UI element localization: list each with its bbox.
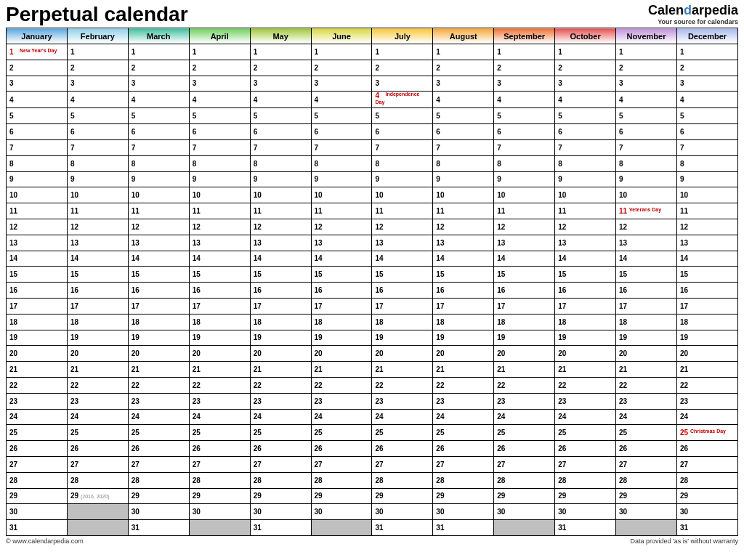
day-number: 16 xyxy=(70,286,79,294)
day-cell: 20 xyxy=(494,346,555,362)
day-cell: 12 xyxy=(616,219,677,235)
day-number: 9 xyxy=(619,175,628,183)
day-number: 24 xyxy=(132,413,140,421)
day-cell: 24 xyxy=(555,409,616,425)
brand-part2: d xyxy=(684,3,692,17)
day-cell: 20 xyxy=(676,346,737,362)
day-cell: 7 xyxy=(494,139,555,155)
day-cell: 24 xyxy=(189,409,250,425)
day-cell: 25 xyxy=(311,425,372,441)
day-number: 18 xyxy=(132,318,140,326)
day-number: 6 xyxy=(558,128,567,136)
day-number: 3 xyxy=(680,79,689,87)
day-number: 17 xyxy=(254,302,262,310)
day-cell: 18 xyxy=(128,314,189,330)
day-number: 3 xyxy=(193,79,201,87)
day-number: 8 xyxy=(680,160,689,168)
day-number: 2 xyxy=(436,64,445,72)
day-number: 7 xyxy=(132,144,140,152)
day-cell: 26 xyxy=(676,441,737,457)
day-cell: 28 xyxy=(311,472,372,488)
day-row: 999999999999 xyxy=(7,171,738,187)
day-cell: 28 xyxy=(128,472,189,488)
day-cell: 2 xyxy=(372,60,433,76)
day-row: 101010101010101010101010 xyxy=(7,187,738,203)
day-cell: 25 xyxy=(555,425,616,441)
day-cell: 31 xyxy=(676,520,737,536)
day-number: 20 xyxy=(132,349,140,357)
day-cell: 19 xyxy=(67,330,128,346)
day-number: 21 xyxy=(375,365,384,373)
day-cell: 6 xyxy=(7,124,68,140)
day-number: 18 xyxy=(70,318,79,326)
day-number: 24 xyxy=(497,413,506,421)
day-cell: 25 xyxy=(372,425,433,441)
day-cell: 30 xyxy=(494,504,555,520)
day-number: 20 xyxy=(680,349,689,357)
day-number: 11 xyxy=(436,207,445,215)
day-number: 14 xyxy=(375,254,384,262)
day-cell: 24 xyxy=(311,409,372,425)
day-number: 17 xyxy=(497,302,506,310)
day-cell: 11 xyxy=(372,203,433,219)
day-number: 3 xyxy=(254,79,262,87)
day-cell: 1 xyxy=(494,44,555,60)
day-cell: 30 xyxy=(311,504,372,520)
day-cell: 10 xyxy=(67,187,128,203)
day-number: 30 xyxy=(680,508,689,516)
day-cell: 9 xyxy=(433,171,494,187)
day-number: 4 xyxy=(254,96,262,104)
day-cell: 24 xyxy=(433,409,494,425)
day-cell: 16 xyxy=(311,283,372,299)
day-number: 19 xyxy=(436,333,445,341)
day-cell: 2 xyxy=(616,60,677,76)
day-number: 10 xyxy=(436,191,445,199)
day-number: 14 xyxy=(619,254,628,262)
day-cell: 4 xyxy=(494,92,555,108)
day-cell: 13 xyxy=(250,235,311,251)
day-number: 28 xyxy=(193,476,201,484)
day-number: 30 xyxy=(558,508,567,516)
day-cell: 3 xyxy=(433,76,494,92)
day-cell: 22 xyxy=(616,377,677,393)
day-number: 26 xyxy=(132,445,140,453)
day-number: 20 xyxy=(619,349,628,357)
day-number: 8 xyxy=(193,160,201,168)
day-cell: 14 xyxy=(67,251,128,267)
day-cell: 11 xyxy=(494,203,555,219)
day-cell: 8 xyxy=(433,155,494,171)
day-number: 3 xyxy=(375,79,384,87)
day-cell: 19 xyxy=(372,330,433,346)
day-row: 141414141414141414141414 xyxy=(7,251,738,267)
day-cell: 2 xyxy=(128,60,189,76)
day-number: 10 xyxy=(375,191,384,199)
day-number: 2 xyxy=(497,64,506,72)
day-cell: 5 xyxy=(676,108,737,124)
day-number: 6 xyxy=(497,128,506,136)
day-number: 8 xyxy=(375,160,384,168)
day-number: 19 xyxy=(315,333,323,341)
day-number: 17 xyxy=(558,302,567,310)
day-cell: 26 xyxy=(433,441,494,457)
day-number: 26 xyxy=(254,445,262,453)
day-number: 28 xyxy=(497,476,506,484)
day-number: 7 xyxy=(436,144,445,152)
day-number: 19 xyxy=(70,333,79,341)
day-cell: 10 xyxy=(7,187,68,203)
day-cell: 23 xyxy=(494,393,555,409)
day-cell xyxy=(67,520,128,536)
day-cell: 22 xyxy=(433,377,494,393)
day-row: 888888888888 xyxy=(7,155,738,171)
day-number: 19 xyxy=(619,333,628,341)
day-number: 10 xyxy=(315,191,323,199)
day-number: 16 xyxy=(132,286,140,294)
day-cell: 31 xyxy=(555,520,616,536)
day-number: 21 xyxy=(254,365,262,373)
day-number: 18 xyxy=(193,318,201,326)
day-number: 26 xyxy=(436,445,445,453)
day-cell: 17 xyxy=(433,298,494,314)
day-cell: 19 xyxy=(494,330,555,346)
day-note: (2016, 2020) xyxy=(81,494,110,499)
day-cell: 18 xyxy=(676,314,737,330)
day-number: 3 xyxy=(497,79,506,87)
